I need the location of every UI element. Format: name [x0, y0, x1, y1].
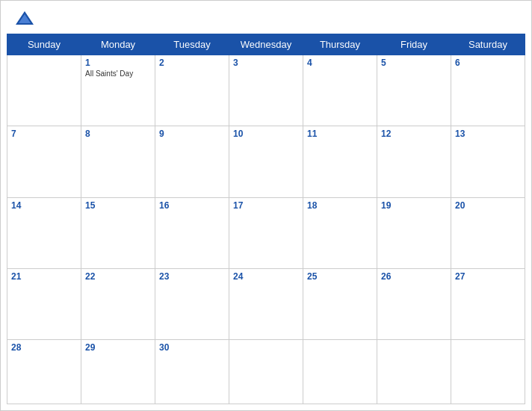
day-number: 10 — [233, 129, 299, 139]
day-number: 3 — [233, 58, 299, 68]
calendar-cell: 9 — [155, 126, 229, 197]
weekday-thursday: Thursday — [303, 34, 377, 55]
calendar-week-1: 1All Saints' Day23456 — [7, 55, 525, 126]
calendar-cell: 26 — [377, 268, 451, 339]
day-number: 23 — [159, 271, 225, 282]
weekday-friday: Friday — [377, 34, 451, 55]
calendar-cell: 6 — [451, 55, 525, 126]
day-number: 9 — [159, 129, 225, 139]
calendar-cell: 3 — [229, 55, 303, 126]
day-number: 28 — [11, 342, 77, 353]
calendar-cell: 24 — [229, 268, 303, 339]
calendar-cell: 16 — [155, 197, 229, 268]
calendar-cell: 7 — [7, 126, 81, 197]
calendar-cell: 2 — [155, 55, 229, 126]
calendar-cell — [451, 340, 525, 404]
calendar-cell: 22 — [81, 268, 155, 339]
day-number: 17 — [233, 200, 299, 211]
calendar-week-2: 78910111213 — [7, 126, 525, 197]
calendar-cell: 30 — [155, 340, 229, 404]
calendar-week-5: 282930 — [7, 340, 525, 404]
day-number: 25 — [307, 271, 373, 282]
day-number: 30 — [159, 342, 225, 353]
logo-bird-icon — [14, 8, 35, 29]
calendar-cell: 10 — [229, 126, 303, 197]
day-number: 27 — [455, 271, 521, 282]
day-number: 26 — [381, 271, 447, 282]
calendar-cell: 23 — [155, 268, 229, 339]
calendar-cell: 29 — [81, 340, 155, 404]
calendar-cell: 19 — [377, 197, 451, 268]
calendar-cell: 18 — [303, 197, 377, 268]
calendar-cell — [303, 340, 377, 404]
calendar-cell: 15 — [81, 197, 155, 268]
weekday-sunday: Sunday — [7, 34, 81, 55]
day-number: 2 — [159, 58, 225, 68]
calendar-cell: 1All Saints' Day — [81, 55, 155, 126]
calendar-cell: 11 — [303, 126, 377, 197]
calendar-cell — [377, 340, 451, 404]
calendar-cell: 25 — [303, 268, 377, 339]
calendar-week-4: 21222324252627 — [7, 268, 525, 339]
weekday-monday: Monday — [81, 34, 155, 55]
calendar-cell: 27 — [451, 268, 525, 339]
day-number: 18 — [307, 200, 373, 211]
day-number: 6 — [455, 58, 521, 68]
day-number: 22 — [85, 271, 151, 282]
calendar-cell: 12 — [377, 126, 451, 197]
day-number: 8 — [85, 129, 151, 139]
day-number: 16 — [159, 200, 225, 211]
calendar-cell: 13 — [451, 126, 525, 197]
day-number: 21 — [11, 271, 77, 282]
calendar-cell: 4 — [303, 55, 377, 126]
day-number: 20 — [455, 200, 521, 211]
day-number: 15 — [85, 200, 151, 211]
calendar-week-3: 14151617181920 — [7, 197, 525, 268]
day-number: 12 — [381, 129, 447, 139]
calendar-cell: 5 — [377, 55, 451, 126]
logo — [14, 8, 38, 29]
weekday-tuesday: Tuesday — [155, 34, 229, 55]
day-number: 14 — [11, 200, 77, 211]
calendar-page: SundayMondayTuesdayWednesdayThursdayFrid… — [0, 0, 532, 411]
day-number: 29 — [85, 342, 151, 353]
day-number: 19 — [381, 200, 447, 211]
calendar-cell: 17 — [229, 197, 303, 268]
calendar-cell: 8 — [81, 126, 155, 197]
calendar-cell: 20 — [451, 197, 525, 268]
day-number: 7 — [11, 129, 77, 139]
calendar-cell: 28 — [7, 340, 81, 404]
weekday-saturday: Saturday — [451, 34, 525, 55]
calendar-cell — [229, 340, 303, 404]
day-number: 13 — [455, 129, 521, 139]
calendar-cell: 21 — [7, 268, 81, 339]
day-number: 24 — [233, 271, 299, 282]
calendar-cell: 14 — [7, 197, 81, 268]
day-number: 4 — [307, 58, 373, 68]
day-number: 1 — [85, 58, 151, 68]
weekday-header-row: SundayMondayTuesdayWednesdayThursdayFrid… — [7, 34, 525, 55]
calendar-table: SundayMondayTuesdayWednesdayThursdayFrid… — [7, 34, 525, 404]
calendar-body: SundayMondayTuesdayWednesdayThursdayFrid… — [1, 34, 531, 410]
weekday-wednesday: Wednesday — [229, 34, 303, 55]
calendar-cell — [7, 55, 81, 126]
day-number: 11 — [307, 129, 373, 139]
event-label: All Saints' Day — [85, 69, 151, 78]
page-header — [1, 1, 531, 34]
day-number: 5 — [381, 58, 447, 68]
